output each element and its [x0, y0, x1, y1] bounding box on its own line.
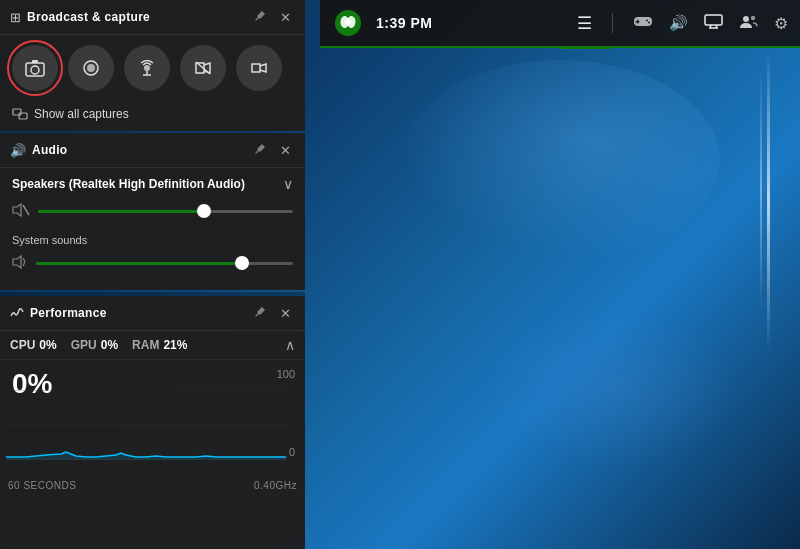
ram-stat: RAM 21% — [132, 338, 187, 352]
record-button[interactable] — [68, 45, 114, 91]
gamebar-friends-icon[interactable] — [739, 14, 758, 33]
svg-point-10 — [743, 16, 749, 22]
performance-graph-area: 0% 100 0 — [0, 360, 305, 480]
cpu-label: CPU — [10, 338, 35, 352]
performance-collapse-icon[interactable]: ∧ — [285, 337, 295, 353]
xbox-logo-icon[interactable] — [332, 7, 364, 39]
svg-rect-14 — [32, 60, 38, 63]
svg-point-13 — [31, 66, 39, 74]
system-sounds-volume-slider[interactable] — [36, 254, 293, 272]
speaker-mute-icon — [12, 203, 30, 220]
graph-min-label: 0 — [289, 446, 295, 458]
audio-device-name: Speakers (Realtek High Definition Audio) — [12, 177, 245, 191]
svg-point-4 — [646, 20, 648, 22]
svg-line-26 — [23, 205, 29, 215]
broadcast-pin-button[interactable] — [250, 8, 270, 26]
gamebar-top-bar: 1:39 PM ☰ 🔊 — [320, 0, 800, 48]
svg-rect-6 — [705, 15, 722, 25]
audio-header: 🔊 Audio ✕ — [0, 133, 305, 168]
svg-marker-25 — [13, 204, 21, 216]
audio-widget: 🔊 Audio ✕ Speakers (Realtek High Definit… — [0, 133, 305, 290]
gamebar-nav-icons: ☰ 🔊 — [448, 13, 788, 34]
gpu-value: 0% — [101, 338, 118, 352]
gamebar-settings-icon[interactable]: ⚙ — [774, 14, 788, 33]
gamebar-controller-icon[interactable] — [633, 14, 653, 32]
desktop-decoration — [750, 50, 770, 350]
svg-point-17 — [144, 65, 150, 71]
gamebar-display-icon[interactable] — [704, 14, 723, 33]
show-all-captures-link[interactable]: Show all captures — [0, 101, 305, 131]
audio-close-button[interactable]: ✕ — [276, 142, 295, 159]
system-sounds-row — [0, 248, 305, 278]
gamebar-volume-icon[interactable]: 🔊 — [669, 14, 688, 32]
performance-graph-footer: 60 SECONDS 0.40GHz — [0, 480, 305, 495]
speaker-volume-row — [0, 196, 305, 226]
mute-camera-button[interactable] — [180, 45, 226, 91]
broadcast-capture-widget: ⊞ Broadcast & capture ✕ — [0, 0, 305, 131]
broadcast-close-button[interactable]: ✕ — [276, 9, 295, 26]
system-sounds-label: System sounds — [0, 226, 305, 248]
cpu-value: 0% — [39, 338, 56, 352]
broadcast-capture-header: ⊞ Broadcast & capture ✕ — [0, 0, 305, 35]
performance-stats-row: CPU 0% GPU 0% RAM 21% ∧ — [0, 331, 305, 360]
gamebar-active-indicator — [560, 47, 610, 49]
start-broadcast-button[interactable] — [124, 45, 170, 91]
audio-device-chevron: ∨ — [283, 176, 293, 192]
cpu-graph-svg — [6, 390, 286, 460]
audio-header-icon: 🔊 — [10, 143, 26, 158]
gamebar-menu-icon[interactable]: ☰ — [577, 13, 592, 34]
speaker-volume-slider[interactable] — [38, 202, 293, 220]
screenshot-button[interactable] — [12, 45, 58, 91]
performance-title: Performance — [30, 306, 244, 320]
ram-label: RAM — [132, 338, 159, 352]
performance-widget: Performance ✕ CPU 0% GPU 0% RAM 21% ∧ — [0, 296, 305, 549]
show-captures-label: Show all captures — [34, 107, 129, 121]
svg-point-11 — [751, 15, 755, 19]
performance-pin-button[interactable] — [250, 304, 270, 322]
broadcast-buttons-row — [0, 35, 305, 101]
broadcast-capture-title: Broadcast & capture — [27, 10, 244, 24]
svg-rect-24 — [19, 113, 27, 119]
performance-header-icon — [10, 306, 24, 321]
ram-value: 21% — [163, 338, 187, 352]
audio-device-row[interactable]: Speakers (Realtek High Definition Audio)… — [0, 168, 305, 196]
gpu-label: GPU — [71, 338, 97, 352]
svg-marker-27 — [13, 256, 21, 268]
broadcast-header-icon: ⊞ — [10, 10, 21, 25]
system-sounds-icon — [12, 255, 28, 272]
left-panel: ⊞ Broadcast & capture ✕ — [0, 0, 305, 549]
graph-seconds-label: 60 SECONDS — [8, 480, 76, 491]
gamebar-separator-1 — [612, 13, 613, 33]
camera-button[interactable] — [236, 45, 282, 91]
cpu-stat: CPU 0% — [10, 338, 57, 352]
performance-header: Performance ✕ — [0, 296, 305, 331]
svg-rect-23 — [13, 109, 21, 115]
graph-freq-label: 0.40GHz — [254, 480, 297, 491]
svg-point-16 — [87, 64, 95, 72]
svg-point-5 — [648, 22, 650, 24]
performance-close-button[interactable]: ✕ — [276, 305, 295, 322]
graph-max-label: 100 — [277, 368, 295, 380]
audio-title: Audio — [32, 143, 244, 157]
audio-pin-button[interactable] — [250, 141, 270, 159]
gpu-stat: GPU 0% — [71, 338, 118, 352]
svg-marker-31 — [6, 452, 286, 460]
svg-rect-3 — [636, 21, 640, 23]
svg-marker-22 — [252, 64, 260, 72]
gamebar-time: 1:39 PM — [376, 15, 432, 31]
